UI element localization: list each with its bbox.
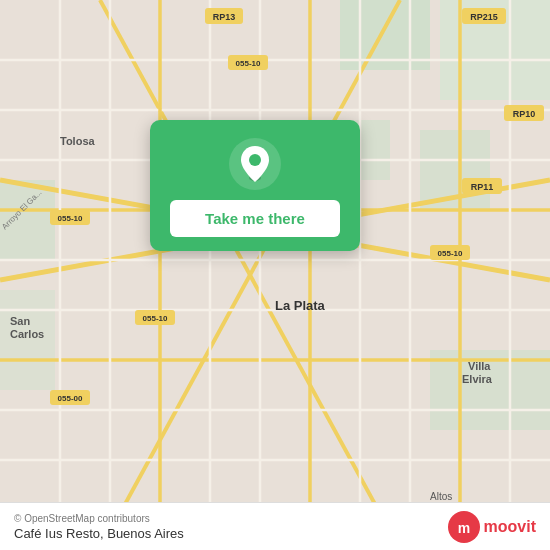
location-pin-icon xyxy=(229,138,281,190)
svg-text:m: m xyxy=(457,520,469,536)
svg-text:055-10: 055-10 xyxy=(438,249,463,258)
moovit-text: moovit xyxy=(484,518,536,536)
svg-text:Carlos: Carlos xyxy=(10,328,44,340)
svg-text:055-10: 055-10 xyxy=(236,59,261,68)
place-name: Café Ius Resto, Buenos Aires xyxy=(14,526,184,541)
map-container: RP13 RP215 RP10 RP11 055-10 055-10 055-1… xyxy=(0,0,550,550)
svg-text:055-10: 055-10 xyxy=(58,214,83,223)
svg-text:RP215: RP215 xyxy=(470,12,498,22)
svg-text:Tolosa: Tolosa xyxy=(60,135,96,147)
bottom-bar: © OpenStreetMap contributors Café Ius Re… xyxy=(0,502,550,550)
copyright-text: © OpenStreetMap contributors xyxy=(14,513,184,524)
svg-text:Altos: Altos xyxy=(430,491,452,502)
take-me-there-button[interactable]: Take me there xyxy=(170,200,340,237)
moovit-icon: m xyxy=(448,511,480,543)
location-card: Take me there xyxy=(150,120,360,251)
svg-text:RP10: RP10 xyxy=(513,109,536,119)
svg-text:Elvira: Elvira xyxy=(462,373,493,385)
svg-text:Villa: Villa xyxy=(468,360,491,372)
bottom-left: © OpenStreetMap contributors Café Ius Re… xyxy=(14,513,184,541)
svg-point-62 xyxy=(249,154,261,166)
svg-text:La Plata: La Plata xyxy=(275,298,326,313)
map-background: RP13 RP215 RP10 RP11 055-10 055-10 055-1… xyxy=(0,0,550,550)
moovit-logo[interactable]: m moovit xyxy=(448,511,536,543)
svg-text:RP11: RP11 xyxy=(471,182,494,192)
svg-text:055-10: 055-10 xyxy=(143,314,168,323)
svg-text:055-00: 055-00 xyxy=(58,394,83,403)
svg-rect-6 xyxy=(0,290,55,390)
svg-text:RP13: RP13 xyxy=(213,12,236,22)
svg-text:San: San xyxy=(10,315,30,327)
